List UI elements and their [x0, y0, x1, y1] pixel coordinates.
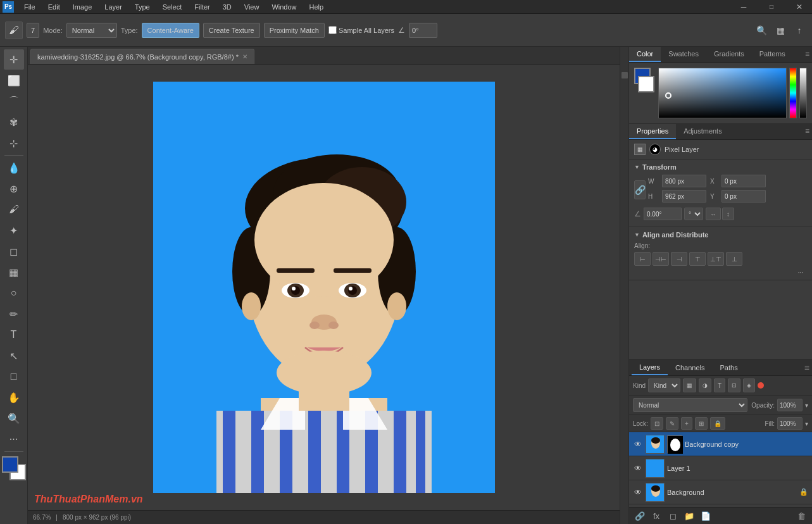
layer-vis-background-copy[interactable]: 👁 [633, 439, 643, 449]
height-input[interactable] [662, 190, 706, 203]
flip-vertical-btn[interactable]: ↕ [722, 208, 734, 220]
maximize-btn[interactable]: □ [761, 0, 782, 17]
new-group-btn[interactable]: 📁 [682, 509, 696, 522]
properties-panel-options[interactable]: ≡ [803, 124, 812, 139]
quick-select-tool[interactable]: ✾ [4, 112, 24, 132]
lock-lock-btn[interactable]: 🔒 [710, 417, 725, 430]
type-filter-btn[interactable]: T [714, 378, 725, 392]
menu-edit[interactable]: Edit [46, 2, 63, 12]
menu-type[interactable]: Type [132, 2, 153, 12]
menu-view[interactable]: View [242, 2, 262, 12]
dodge-tool[interactable]: ○ [4, 283, 24, 303]
alpha-slider[interactable] [799, 68, 807, 118]
color-panel-options[interactable]: ≡ [803, 47, 812, 62]
tab-properties[interactable]: Properties [629, 124, 676, 139]
tab-layers[interactable]: Layers [632, 360, 668, 375]
more-align-btn[interactable]: ··· [794, 268, 807, 277]
layer-vis-background[interactable]: 👁 [633, 487, 643, 497]
shape-filter-btn[interactable]: ⊡ [728, 378, 740, 392]
align-top-edges-btn[interactable]: ⊤ [689, 252, 706, 266]
layers-panel-options[interactable]: ≡ [804, 363, 809, 373]
align-right-edges-btn[interactable]: ⊣ [671, 252, 687, 266]
menu-select[interactable]: Select [160, 2, 185, 12]
adjustment-filter-btn[interactable]: ◑ [699, 378, 711, 392]
eraser-tool[interactable]: ◻ [4, 241, 24, 261]
add-style-btn[interactable]: fx [649, 509, 663, 522]
y-input[interactable] [721, 190, 766, 203]
mode-dropdown[interactable]: Normal [66, 23, 117, 38]
menu-3d[interactable]: 3D [220, 2, 234, 12]
align-vertical-centers-btn[interactable]: ⊥⊤ [708, 252, 724, 266]
tab-channels[interactable]: Channels [668, 361, 712, 375]
lock-pixels-btn[interactable]: ⊡ [651, 417, 663, 430]
canvas-container[interactable]: ThuThuatPhanMem.vn [28, 65, 620, 510]
menu-help[interactable]: Help [307, 2, 327, 12]
fill-dropdown-btn[interactable]: ▾ [805, 420, 808, 427]
menu-file[interactable]: File [22, 2, 38, 12]
shape-tool[interactable]: □ [4, 366, 24, 387]
gradient-tool[interactable]: ▦ [4, 262, 24, 282]
align-bottom-edges-btn[interactable]: ⊥ [726, 252, 742, 266]
sample-all-layers-checkbox[interactable]: Sample All Layers [328, 26, 394, 34]
panel-collapse-btn[interactable] [621, 72, 628, 78]
align-left-edges-btn[interactable]: ⊢ [634, 252, 651, 266]
layer-item-background[interactable]: 👁 Background 🔒 [629, 480, 812, 504]
share-btn[interactable]: ↑ [792, 23, 807, 38]
menu-image[interactable]: Image [70, 2, 95, 12]
delete-layer-btn[interactable]: 🗑 [794, 509, 808, 522]
minimize-btn[interactable]: ─ [734, 0, 754, 17]
marquee-tool[interactable]: ⬜ [4, 70, 24, 90]
proximity-match-btn[interactable]: Proximity Match [264, 23, 325, 38]
transform-section-title[interactable]: ▼ Transform [634, 163, 807, 171]
more-tools-btn[interactable]: ··· [4, 429, 24, 449]
tab-paths[interactable]: Paths [713, 361, 746, 375]
foreground-color-swatch[interactable] [2, 456, 18, 473]
width-input[interactable] [662, 175, 706, 187]
angle-unit-select[interactable]: ° [684, 208, 703, 220]
tab-color[interactable]: Color [629, 47, 661, 62]
search-btn[interactable]: 🔍 [754, 23, 769, 38]
tab-adjustments[interactable]: Adjustments [676, 124, 730, 139]
close-btn[interactable]: ✕ [789, 0, 809, 17]
heal-tool[interactable]: ⊕ [4, 178, 24, 199]
lock-position-btn[interactable]: ✎ [666, 417, 678, 430]
menu-window[interactable]: Window [269, 2, 299, 12]
flip-horizontal-btn[interactable]: ↔ [706, 208, 721, 220]
link-layers-btn[interactable]: 🔗 [633, 509, 647, 522]
artboard-filter-btn[interactable] [758, 382, 764, 389]
move-tool[interactable]: ✛ [4, 49, 24, 70]
hue-slider[interactable] [789, 68, 797, 118]
zoom-tool[interactable]: 🔍 [4, 408, 24, 428]
angle-input[interactable] [409, 23, 437, 38]
layer-kind-select[interactable]: Kind [648, 378, 680, 392]
brush-tool[interactable]: 🖌 [4, 199, 24, 220]
layer-item-background-copy[interactable]: 👁 Background copy [629, 432, 812, 456]
pixel-filter-btn[interactable]: ▦ [683, 378, 696, 392]
tab-patterns[interactable]: Patterns [752, 47, 793, 62]
tab-swatches[interactable]: Swatches [661, 47, 706, 62]
bg-color-box[interactable] [638, 76, 654, 92]
menu-layer[interactable]: Layer [102, 2, 125, 12]
tool-preset-btn[interactable]: 🖌 [5, 22, 23, 39]
path-select-tool[interactable]: ↖ [4, 346, 24, 366]
pen-tool[interactable]: ✏ [4, 304, 24, 324]
document-tab[interactable]: kamiwedding-316252.jpg @ 66.7% (Backgrou… [30, 49, 254, 64]
rotation-input[interactable] [644, 208, 682, 220]
content-aware-btn[interactable]: Content-Aware [142, 23, 199, 38]
arrange-btn[interactable]: ▦ [773, 23, 788, 38]
tab-close-btn[interactable]: ✕ [242, 53, 247, 60]
layer-vis-layer1[interactable]: 👁 [633, 463, 643, 473]
lock-artboard-btn[interactable]: ⊞ [695, 417, 708, 430]
blend-mode-select[interactable]: Normal [633, 398, 747, 412]
lock-all-btn[interactable]: + [681, 417, 692, 430]
tab-gradients[interactable]: Gradients [706, 47, 752, 62]
text-tool[interactable]: T [4, 325, 24, 345]
menu-filter[interactable]: Filter [192, 2, 212, 12]
lasso-tool[interactable]: ⌒ [4, 91, 24, 111]
opacity-input[interactable] [777, 399, 803, 411]
align-section-title[interactable]: ▼ Align and Distribute [634, 231, 807, 239]
smart-filter-btn[interactable]: ◈ [743, 378, 755, 392]
x-input[interactable] [721, 175, 766, 187]
link-proportions-btn[interactable]: 🔗 [634, 180, 646, 199]
hand-tool[interactable]: ✋ [4, 387, 24, 408]
